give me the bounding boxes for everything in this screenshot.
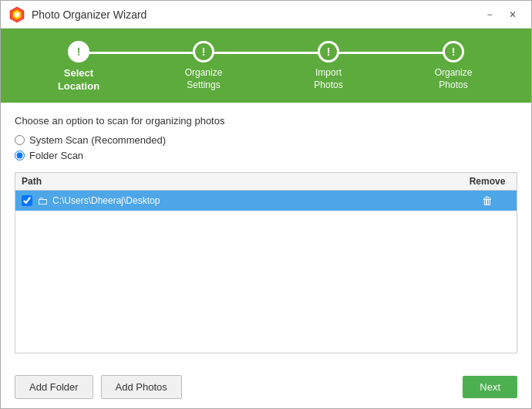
radio-folder-scan-label: Folder Scan — [29, 150, 83, 161]
app-icon — [8, 6, 25, 23]
col-path-header: Path — [22, 176, 464, 187]
step-circle-3: ! — [318, 41, 339, 63]
row-path: C:\Users\Dheeraj\Desktop — [52, 195, 464, 206]
next-button[interactable]: Next — [463, 376, 517, 398]
step-circle-1: ! — [68, 41, 89, 63]
title-bar-controls: − ✕ — [479, 6, 524, 23]
radio-group: System Scan (Recommended) Folder Scan — [15, 134, 517, 161]
step-organize-settings: ! OrganizeSettings — [141, 41, 266, 91]
close-button[interactable]: ✕ — [502, 6, 524, 23]
step-circle-2: ! — [193, 41, 214, 63]
radio-system-scan-label: System Scan (Recommended) — [29, 134, 166, 146]
title-bar: Photo Organizer Wizard − ✕ — [1, 1, 531, 29]
add-photos-button[interactable]: Add Photos — [101, 375, 182, 399]
folder-table: Path Remove 🗀 C:\Users\Dheeraj\Desktop 🗑 — [15, 172, 517, 353]
folder-icon: 🗀 — [37, 194, 48, 207]
step-circle-4: ! — [443, 41, 464, 63]
step-label-1: SelectLocation — [58, 67, 99, 93]
radio-system-scan[interactable]: System Scan (Recommended) — [15, 134, 517, 146]
table-header: Path Remove — [15, 173, 517, 191]
svg-point-4 — [15, 12, 19, 17]
minimize-button[interactable]: − — [479, 6, 500, 23]
row-delete-button[interactable]: 🗑 — [464, 194, 510, 207]
step-select-location: ! SelectLocation — [16, 41, 141, 93]
radio-folder-scan[interactable]: Folder Scan — [15, 150, 517, 161]
window-title: Photo Organizer Wizard — [32, 8, 479, 21]
step-label-2: OrganizeSettings — [185, 67, 223, 91]
step-label-4: OrganizePhotos — [435, 67, 473, 91]
table-body: 🗀 C:\Users\Dheeraj\Desktop 🗑 — [15, 191, 517, 353]
main-window: Photo Organizer Wizard − ✕ ! SelectLocat… — [0, 0, 532, 409]
content-area: Choose an option to scan for organizing … — [1, 103, 531, 366]
step-import-photos: ! ImportPhotos — [266, 41, 391, 91]
table-row[interactable]: 🗀 C:\Users\Dheeraj\Desktop 🗑 — [15, 191, 517, 211]
steps-row: ! SelectLocation ! OrganizeSettings ! Im… — [16, 41, 516, 93]
radio-system-scan-input[interactable] — [15, 135, 25, 145]
add-folder-button[interactable]: Add Folder — [15, 375, 93, 399]
radio-folder-scan-input[interactable] — [15, 150, 25, 161]
step-label-3: ImportPhotos — [314, 67, 342, 91]
col-remove-header: Remove — [464, 176, 510, 187]
trash-icon: 🗑 — [482, 194, 493, 207]
step-organize-photos: ! OrganizePhotos — [391, 41, 516, 91]
bottom-bar: Add Folder Add Photos Next — [1, 366, 531, 408]
wizard-header: ! SelectLocation ! OrganizeSettings ! Im… — [1, 29, 531, 103]
row-checkbox[interactable] — [22, 195, 32, 206]
bottom-left-buttons: Add Folder Add Photos — [15, 375, 182, 399]
content-description: Choose an option to scan for organizing … — [15, 115, 517, 127]
